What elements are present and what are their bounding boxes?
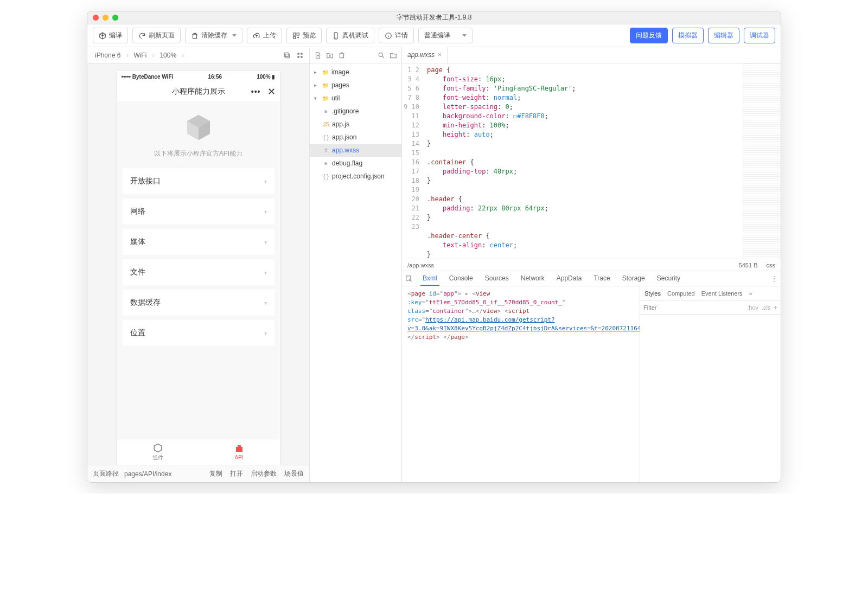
- devtools-tab-sources[interactable]: Sources: [483, 271, 511, 286]
- grid-icon[interactable]: [296, 52, 304, 59]
- file-explorer: ▸📁image ▸📁pages ▾📁util ≡.gitignore JSapp…: [310, 47, 402, 482]
- api-item[interactable]: 开放接口▾: [123, 168, 275, 194]
- tree-file[interactable]: ≡debug.flag: [310, 157, 401, 170]
- editor-tabs: app.wxss ×: [402, 47, 781, 63]
- devtools-more-icon[interactable]: ⋮: [771, 275, 777, 283]
- event-listeners-tab[interactable]: Event Listeners: [701, 290, 743, 297]
- panel-simulator-button[interactable]: 模拟器: [672, 28, 704, 43]
- chevron-right-icon: ›: [182, 52, 184, 59]
- computed-tab[interactable]: Computed: [667, 290, 695, 297]
- api-item[interactable]: 位置▾: [123, 320, 275, 346]
- page-title: 小程序能力展示: [172, 87, 225, 97]
- svg-point-5: [379, 53, 382, 56]
- devtools-tab-trace[interactable]: Trace: [591, 271, 612, 286]
- open-folder-icon[interactable]: [390, 52, 397, 59]
- panel-debugger-button[interactable]: 调试器: [744, 28, 775, 43]
- refresh-button[interactable]: 刷新页面: [132, 28, 181, 43]
- tree-file[interactable]: { }app.json: [310, 131, 401, 144]
- window-title: 字节跳动开发者工具-1.9.8: [87, 13, 781, 22]
- code-editor[interactable]: 1 2 3 4 5 6 7 8 9 10 11 12 13 14 15 16 1…: [402, 63, 781, 259]
- panel-editor-button[interactable]: 编辑器: [708, 28, 739, 43]
- tree-file[interactable]: { }project.config.json: [310, 170, 401, 183]
- toolbox-icon: [234, 444, 244, 453]
- main-toolbar: 编译 刷新页面 清除缓存 上传 预览 真机调试 详情 普通编译: [87, 24, 781, 47]
- devtools-tab-storage[interactable]: Storage: [620, 271, 647, 286]
- inspect-icon[interactable]: [405, 275, 413, 283]
- editor-tab[interactable]: app.wxss ×: [402, 47, 448, 63]
- devtools-tab-appdata[interactable]: AppData: [554, 271, 584, 286]
- capsule-menu-icon[interactable]: •••: [251, 87, 261, 96]
- device-select[interactable]: iPhone 6: [93, 50, 123, 60]
- status-path: /app.wxss: [407, 262, 434, 268]
- tree-folder[interactable]: ▾📁util: [310, 92, 401, 105]
- delete-icon[interactable]: [338, 52, 346, 59]
- tab-api[interactable]: API: [199, 439, 280, 465]
- compile-button[interactable]: 编译: [93, 28, 128, 43]
- chevron-down-icon: ▾: [264, 330, 267, 336]
- code-content[interactable]: page { font-size: 16px; font-family: 'Pi…: [424, 63, 743, 259]
- simulator-column: iPhone 6 › WiFi › 100% › ••••• ByteDance…: [87, 47, 310, 482]
- add-rule-button[interactable]: +: [774, 304, 777, 311]
- compile-mode-select[interactable]: 普通编译: [418, 28, 473, 43]
- footer-scene-link[interactable]: 场景值: [284, 469, 304, 478]
- new-folder-icon[interactable]: [326, 52, 334, 59]
- api-item[interactable]: 网络▾: [123, 199, 275, 225]
- details-button[interactable]: 详情: [379, 28, 414, 43]
- device-bar: iPhone 6 › WiFi › 100% ›: [87, 47, 309, 63]
- footer-launch-link[interactable]: 启动参数: [251, 469, 277, 478]
- app-window: 字节跳动开发者工具-1.9.8 编译 刷新页面 清除缓存 上传 预览 真机调试: [87, 11, 781, 483]
- status-size: 5451 B: [739, 262, 758, 268]
- zoom-select[interactable]: 100%: [157, 50, 178, 60]
- devtools-tab-security[interactable]: Security: [655, 271, 682, 286]
- tree-file[interactable]: JSapp.js: [310, 118, 401, 131]
- new-file-icon[interactable]: [314, 52, 322, 59]
- devtools-tab-bxml[interactable]: Bxml: [420, 271, 439, 286]
- dom-tree[interactable]: <page id="app"> ▸ <view :key="ttElem_570…: [402, 286, 640, 482]
- network-select[interactable]: WiFi: [131, 50, 149, 60]
- main-area: iPhone 6 › WiFi › 100% › ••••• ByteDance…: [87, 47, 781, 482]
- tree-file[interactable]: ≡.gitignore: [310, 105, 401, 118]
- svg-rect-3: [286, 54, 290, 57]
- devtools-tab-console[interactable]: Console: [447, 271, 475, 286]
- search-icon[interactable]: [378, 52, 385, 59]
- tree-folder[interactable]: ▸📁pages: [310, 79, 401, 92]
- feedback-button[interactable]: 问题反馈: [630, 28, 668, 43]
- upload-button[interactable]: 上传: [247, 28, 282, 43]
- clear-cache-button[interactable]: 清除缓存: [185, 28, 242, 43]
- minimize-window-button[interactable]: [103, 15, 108, 21]
- simulator-footer: 页面路径 pages/API/index 复制 打开 启动参数 场景值: [87, 465, 309, 482]
- capsule-close-icon[interactable]: ✕: [267, 87, 276, 97]
- status-lang: css: [767, 262, 776, 268]
- cls-toggle[interactable]: .cls: [762, 304, 771, 311]
- cube-outline-icon: [153, 443, 163, 453]
- close-window-button[interactable]: [93, 15, 99, 21]
- cube-icon: [99, 32, 106, 40]
- api-item[interactable]: 文件▾: [123, 259, 275, 285]
- styles-filter-input[interactable]: [643, 304, 747, 311]
- info-icon: [385, 32, 392, 40]
- maximize-window-button[interactable]: [112, 15, 118, 21]
- real-device-button[interactable]: 真机调试: [326, 28, 374, 43]
- api-item[interactable]: 数据缓存▾: [123, 290, 275, 316]
- devtools-tab-network[interactable]: Network: [519, 271, 547, 286]
- titlebar: 字节跳动开发者工具-1.9.8: [87, 11, 781, 24]
- file-explorer-toolbar: [310, 47, 401, 63]
- footer-copy-link[interactable]: 复制: [209, 469, 222, 478]
- tree-file-active[interactable]: #app.wxss: [310, 144, 401, 157]
- api-list: 开放接口▾ 网络▾ 媒体▾ 文件▾ 数据缓存▾ 位置▾: [123, 168, 275, 346]
- devtools-body: <page id="app"> ▸ <view :key="ttElem_570…: [402, 286, 781, 482]
- tree-folder[interactable]: ▸📁image: [310, 66, 401, 79]
- more-tabs-icon[interactable]: »: [749, 290, 752, 297]
- chevron-down-icon: ▾: [264, 270, 267, 276]
- styles-tab[interactable]: Styles: [644, 290, 661, 297]
- minimap[interactable]: [743, 63, 781, 259]
- close-tab-icon[interactable]: ×: [438, 51, 442, 59]
- hov-toggle[interactable]: :hov: [747, 304, 758, 311]
- footer-open-link[interactable]: 打开: [230, 469, 243, 478]
- phone-frame: ••••• ByteDance WiFi 16:56 100% ▮ 小程序能力展…: [117, 71, 280, 465]
- preview-button[interactable]: 预览: [286, 28, 322, 43]
- copy-icon[interactable]: [283, 52, 291, 59]
- app-logo-icon: [183, 112, 214, 143]
- api-item[interactable]: 媒体▾: [123, 229, 275, 255]
- tab-component[interactable]: 组件: [117, 439, 199, 465]
